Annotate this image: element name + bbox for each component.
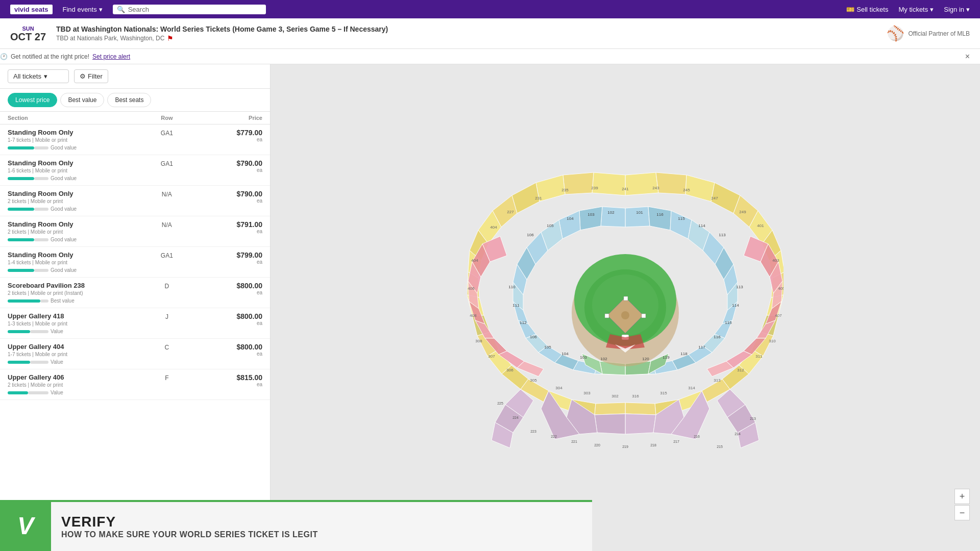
- value-label: Good value: [51, 145, 77, 151]
- ticket-value-bar: Good value: [8, 176, 135, 181]
- svg-rect-1: [34, 146, 48, 149]
- ticket-section: Standing Room Only: [8, 220, 135, 228]
- svg-text:105: 105: [544, 345, 551, 349]
- my-tickets-nav[interactable]: My tickets ▾: [898, 6, 934, 13]
- ticket-info: Scoreboard Pavilion 238 2 tickets | Mobi…: [8, 282, 135, 304]
- svg-text:221: 221: [571, 440, 577, 443]
- ticket-row-value: D: [135, 282, 199, 290]
- svg-text:106: 106: [527, 233, 534, 237]
- svg-text:306: 306: [506, 368, 513, 372]
- svg-rect-16: [8, 391, 28, 394]
- svg-text:102: 102: [600, 357, 607, 361]
- ticket-list-item[interactable]: Standing Room Only 2 tickets | Mobile or…: [0, 216, 270, 247]
- sort-tab-best-value[interactable]: Best value: [60, 93, 104, 107]
- filter-button[interactable]: ⚙ Filter: [74, 69, 108, 83]
- right-panel: BREW HOUSE TABLE 241 243 245 247 249 401…: [271, 64, 980, 551]
- ticket-price: $799.00 ea: [199, 251, 262, 265]
- price-alert-bar: 🕐 Get notified at the right price! Set p…: [0, 49, 980, 64]
- ticket-list-item[interactable]: Standing Room Only 1-4 tickets | Mobile …: [0, 247, 270, 278]
- sell-tickets-nav[interactable]: 🎫 Sell tickets: [846, 6, 888, 13]
- svg-text:245: 245: [683, 188, 690, 192]
- ticket-list-item[interactable]: Upper Gallery 404 1-7 tickets | Mobile o…: [0, 339, 270, 369]
- svg-rect-12: [8, 330, 30, 333]
- ticket-meta: 1-4 tickets | Mobile or print: [8, 260, 135, 265]
- svg-rect-27: [605, 314, 609, 318]
- vivid-seats-logo[interactable]: vivid seats: [10, 5, 53, 14]
- ticket-list-item[interactable]: Standing Room Only 2 tickets | Mobile or…: [0, 186, 270, 216]
- svg-text:316: 316: [632, 394, 639, 398]
- nav-right: 🎫 Sell tickets My tickets ▾ Sign in ▾: [846, 6, 970, 13]
- svg-text:224: 224: [512, 416, 519, 419]
- svg-rect-4: [8, 208, 34, 211]
- value-label: Good value: [51, 267, 77, 273]
- sort-tab-best-seats[interactable]: Best seats: [107, 93, 151, 107]
- svg-text:114: 114: [732, 303, 739, 308]
- ticket-section: Scoreboard Pavilion 238: [8, 282, 135, 289]
- svg-text:231: 231: [535, 196, 542, 201]
- svg-text:223: 223: [530, 430, 536, 433]
- svg-rect-5: [34, 208, 48, 211]
- svg-text:114: 114: [698, 223, 705, 228]
- event-title: TBD at Washington Nationals: World Serie…: [56, 25, 876, 33]
- svg-text:220: 220: [594, 443, 600, 447]
- seating-map[interactable]: BREW HOUSE TABLE 241 243 245 247 249 401…: [271, 64, 980, 551]
- sort-tab-lowest-price[interactable]: Lowest price: [8, 93, 57, 107]
- close-button[interactable]: ×: [965, 52, 970, 61]
- ticket-section: Upper Gallery 406: [8, 373, 135, 381]
- svg-text:407: 407: [775, 313, 782, 318]
- ticket-meta: 2 tickets | Mobile or print: [8, 229, 135, 235]
- svg-text:239: 239: [591, 186, 598, 190]
- svg-text:217: 217: [673, 440, 679, 443]
- ticket-list-item[interactable]: Upper Gallery 406 2 tickets | Mobile or …: [0, 369, 270, 400]
- svg-text:243: 243: [652, 186, 659, 190]
- value-label: Value: [51, 390, 63, 395]
- verify-title: VERIFY: [61, 514, 582, 530]
- ticket-icon: 🎫: [846, 6, 854, 13]
- value-label: Good value: [51, 237, 77, 242]
- ticket-list-item[interactable]: Standing Room Only 1-7 tickets | Mobile …: [0, 124, 270, 155]
- svg-text:214: 214: [734, 432, 741, 436]
- svg-text:113: 113: [736, 285, 743, 289]
- ticket-price: $790.00 ea: [199, 190, 262, 204]
- ticket-list-item[interactable]: Scoreboard Pavilion 238 2 tickets | Mobi…: [0, 278, 270, 308]
- svg-text:311: 311: [755, 354, 763, 359]
- svg-text:401: 401: [757, 223, 764, 228]
- find-events-nav[interactable]: Find events ▾: [63, 6, 103, 13]
- set-price-alert-link[interactable]: Set price alert: [92, 53, 130, 60]
- svg-text:218: 218: [650, 443, 656, 447]
- event-header: SUN OCT 27 TBD at Washington Nationals: …: [0, 18, 980, 49]
- svg-rect-15: [30, 361, 48, 364]
- verify-v-letter: V: [17, 512, 34, 540]
- event-date: SUN OCT 27: [10, 26, 46, 42]
- clock-icon: 🕐: [0, 53, 8, 60]
- svg-text:247: 247: [711, 196, 718, 201]
- svg-text:115: 115: [725, 320, 732, 325]
- ticket-section: Standing Room Only: [8, 251, 135, 259]
- svg-text:404: 404: [490, 225, 497, 230]
- sign-in-nav[interactable]: Sign in ▾: [944, 6, 970, 13]
- ticket-price: $800.00 ea: [199, 282, 262, 295]
- zoom-out-button[interactable]: −: [954, 505, 970, 520]
- svg-text:213: 213: [750, 417, 756, 420]
- svg-text:403: 403: [772, 258, 779, 263]
- verify-badge: V: [0, 500, 51, 551]
- svg-text:113: 113: [719, 233, 726, 237]
- all-tickets-dropdown[interactable]: All tickets ▾: [8, 69, 69, 83]
- ticket-price: $791.00 ea: [199, 220, 262, 234]
- svg-rect-8: [8, 269, 34, 272]
- event-title-block: TBD at Washington Nationals: World Serie…: [56, 25, 876, 42]
- sort-tabs: Lowest price Best value Best seats: [0, 89, 270, 112]
- ticket-price: $779.00 ea: [199, 129, 262, 142]
- svg-text:219: 219: [622, 445, 628, 448]
- ticket-price: $800.00 ea: [199, 343, 262, 357]
- svg-rect-10: [8, 299, 40, 303]
- svg-rect-3: [34, 177, 48, 180]
- zoom-in-button[interactable]: +: [954, 489, 970, 504]
- search-bar[interactable]: 🔍 Search: [113, 5, 266, 14]
- verify-text-block: VERIFY HOW TO MAKE SURE YOUR WORLD SERIE…: [51, 500, 592, 551]
- ticket-list-item[interactable]: Upper Gallery 418 1-3 tickets | Mobile o…: [0, 308, 270, 339]
- ticket-info: Upper Gallery 418 1-3 tickets | Mobile o…: [8, 312, 135, 334]
- ticket-info: Standing Room Only 1-6 tickets | Mobile …: [8, 159, 135, 181]
- ticket-meta: 1-7 tickets | Mobile or print: [8, 352, 135, 357]
- ticket-list-item[interactable]: Standing Room Only 1-6 tickets | Mobile …: [0, 155, 270, 186]
